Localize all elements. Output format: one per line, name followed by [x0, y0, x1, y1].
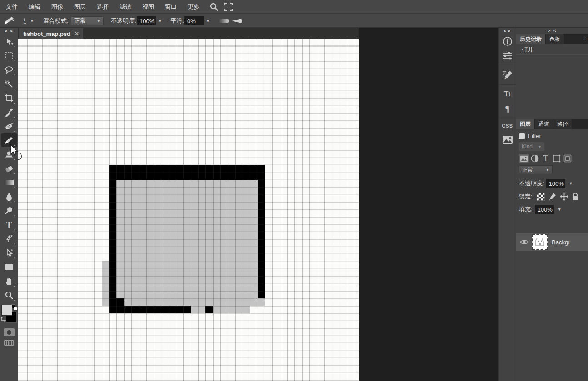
brush-settings-icon[interactable]	[499, 67, 516, 83]
filter-smart-icon[interactable]	[552, 154, 562, 163]
tool-crop[interactable]	[1, 91, 17, 105]
layer-opacity-arrow[interactable]: ▼	[569, 181, 573, 186]
layer-row[interactable]: Backgı	[516, 233, 588, 251]
pixel-cell	[116, 165, 124, 172]
tool-path-select[interactable]	[1, 246, 17, 260]
smoothing-input[interactable]: 0%	[184, 14, 204, 28]
pixel-cell	[139, 217, 146, 224]
lock-transparency-icon[interactable]	[537, 193, 545, 201]
toolbar-collapse-icon[interactable]: > <	[5, 28, 14, 35]
layer-opacity-input[interactable]: 100%	[546, 179, 565, 188]
pixel-cell	[235, 180, 243, 187]
panel-collapse-icon[interactable]: > <	[516, 28, 588, 34]
pixel-cell	[102, 247, 109, 254]
tool-zoom[interactable]	[1, 288, 17, 302]
brush-picker-arrow[interactable]: ▼	[30, 14, 34, 28]
close-icon[interactable]: ✕	[75, 30, 79, 37]
pixel-cell	[258, 217, 265, 224]
tool-move[interactable]	[1, 35, 17, 49]
layer-visibility-eye-icon[interactable]	[520, 239, 529, 245]
smoothing-arrow[interactable]: ▼	[206, 14, 210, 28]
tool-lasso[interactable]	[1, 63, 17, 77]
menu-layer[interactable]: 图层	[69, 0, 91, 14]
info-icon[interactable]	[499, 35, 516, 48]
menu-more[interactable]: 更多	[183, 0, 204, 14]
kind-select[interactable]: Kind▼	[519, 142, 544, 151]
tool-pen[interactable]	[1, 232, 17, 246]
menu-window[interactable]: 窗口	[160, 0, 182, 14]
tool-dodge[interactable]	[1, 203, 17, 218]
tool-rectangle[interactable]	[1, 260, 17, 274]
foreground-color-swatch[interactable]	[1, 305, 12, 316]
tool-marquee[interactable]	[1, 49, 17, 63]
pixel-cell	[169, 247, 176, 254]
filter-type-icon[interactable]: T	[541, 154, 551, 163]
menu-edit[interactable]: 编辑	[24, 0, 45, 14]
menu-image[interactable]: 图像	[46, 0, 68, 14]
fill-arrow[interactable]: ▼	[558, 207, 562, 212]
canvas-document[interactable]	[18, 39, 359, 381]
filter-image-icon[interactable]	[519, 154, 529, 163]
pressure-size-icon[interactable]	[231, 14, 242, 28]
layer-thumbnail[interactable]	[532, 234, 548, 250]
pixel-cell	[183, 172, 190, 179]
pixel-cell	[102, 261, 109, 268]
opacity-input[interactable]: 100%	[137, 14, 156, 28]
tool-gradient[interactable]	[1, 175, 17, 189]
lock-position-icon[interactable]	[560, 192, 568, 201]
paragraph-panel-icon[interactable]: ¶	[499, 102, 516, 116]
tab-swatches[interactable]: 色板	[546, 34, 564, 44]
fullscreen-icon[interactable]	[222, 0, 235, 14]
tool-heal[interactable]	[1, 119, 17, 133]
fill-input[interactable]: 100%	[535, 205, 554, 214]
adjustments-icon[interactable]	[499, 48, 516, 64]
pixel-cell	[191, 165, 198, 172]
lock-all-icon[interactable]	[572, 193, 579, 201]
tool-magic-wand[interactable]	[1, 77, 17, 91]
menu-file[interactable]: 文件	[1, 0, 23, 14]
strip-collapse-icon[interactable]: <>	[504, 28, 511, 35]
active-tool-icon[interactable]	[4, 14, 15, 28]
pixel-cell	[191, 202, 198, 209]
pixel-cell	[131, 247, 139, 254]
layer-blend-select[interactable]: 正常▼	[519, 165, 553, 174]
tab-history[interactable]: 历史记录	[516, 34, 545, 44]
swap-colors-icon[interactable]	[0, 317, 7, 326]
tool-eyedropper[interactable]	[1, 105, 17, 119]
blend-mode-select[interactable]: 正常▼	[71, 14, 104, 28]
filter-frame-icon[interactable]	[563, 154, 573, 163]
pixel-cell	[243, 224, 250, 232]
document-tab[interactable]: fishbot_map.psd ✕	[19, 28, 83, 39]
tool-hand[interactable]	[1, 274, 17, 288]
quick-mask-icon[interactable]	[4, 328, 15, 336]
pixel-cell	[116, 172, 124, 179]
tab-paths[interactable]: 路径	[553, 119, 572, 129]
tool-type[interactable]: T	[1, 218, 17, 232]
css-panel-icon[interactable]: CSS	[499, 119, 516, 132]
tool-pencil[interactable]	[1, 133, 17, 147]
right-panels: > < 历史记录 色板 ≡ 打开 图层 通道 路径 Filter Kind▼	[516, 28, 588, 381]
tool-blur[interactable]	[1, 189, 17, 203]
pressure-opacity-icon[interactable]	[219, 14, 229, 28]
menu-select[interactable]: 选择	[92, 0, 114, 14]
menu-filter[interactable]: 滤镜	[115, 0, 136, 14]
opacity-arrow[interactable]: ▼	[158, 14, 162, 28]
brush-size-preview[interactable]: 1	[24, 14, 26, 28]
tab-layers[interactable]: 图层	[516, 119, 534, 129]
menu-view[interactable]: 视图	[137, 0, 159, 14]
image-panel-icon[interactable]	[499, 132, 516, 148]
tab-channels[interactable]: 通道	[535, 119, 553, 129]
pixel-cell	[191, 232, 198, 239]
lock-label: 锁定:	[519, 193, 533, 201]
history-item-open[interactable]: 打开	[516, 44, 588, 55]
tool-eraser[interactable]	[1, 161, 17, 175]
filter-checkbox[interactable]	[519, 133, 525, 139]
pixel-cell	[154, 306, 161, 313]
lock-paint-icon[interactable]	[548, 193, 557, 201]
search-icon[interactable]	[207, 0, 221, 14]
panel-menu-icon[interactable]: ≡	[584, 35, 588, 42]
character-panel-icon[interactable]: Tt	[499, 86, 516, 102]
filter-adjustment-icon[interactable]	[530, 154, 540, 163]
keyboard-shortcuts-icon[interactable]	[4, 340, 14, 346]
tool-clone-stamp[interactable]	[1, 147, 17, 161]
